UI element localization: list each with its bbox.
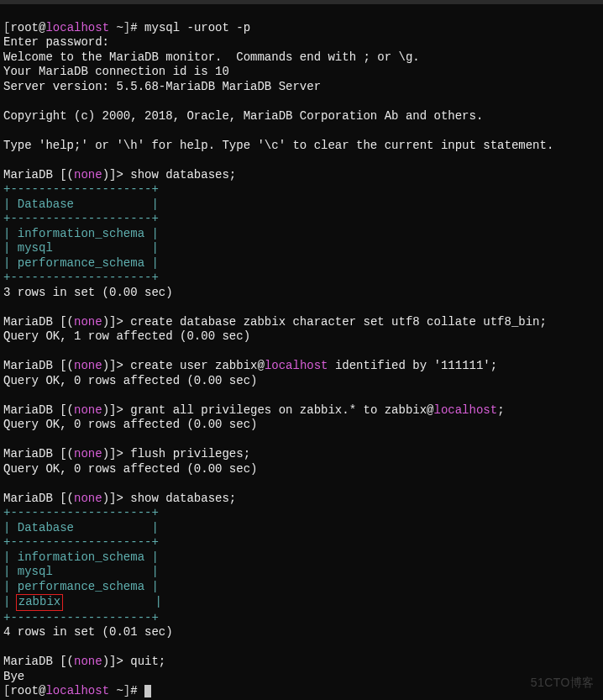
- table-border: +--------------------+: [3, 212, 159, 225]
- sql-command: flush privileges;: [130, 447, 250, 461]
- mariadb-prompt: MariaDB [(none)]>: [3, 447, 130, 461]
- table-row: | zabbix |: [3, 595, 162, 608]
- sql-command: grant all privileges on zabbix.* to zabb…: [130, 403, 504, 417]
- cursor-icon: [144, 685, 151, 697]
- table-header: | Database |: [3, 197, 159, 211]
- mariadb-prompt: MariaDB [(none)]>: [3, 655, 130, 668]
- output-line: Server version: 5.5.68-MariaDB MariaDB S…: [3, 80, 321, 93]
- output-line: Query OK, 0 rows affected (0.00 sec): [3, 462, 257, 476]
- terminal-output[interactable]: [root@localhost ~]# mysql -uroot -p Ente…: [0, 4, 603, 700]
- output-line: Your MariaDB connection id is 10: [3, 65, 229, 78]
- sql-command: show databases;: [130, 168, 236, 182]
- table-row: | information_schema |: [3, 227, 159, 240]
- output-line: Copyright (c) 2000, 2018, Oracle, MariaD…: [3, 109, 483, 123]
- sql-command: create database zabbix character set utf…: [130, 315, 547, 329]
- shell-prompt: [root@localhost ~]#: [3, 21, 144, 34]
- table-row: | mysql |: [3, 241, 159, 255]
- output-line: 4 rows in set (0.01 sec): [3, 625, 173, 639]
- table-row: | mysql |: [3, 565, 159, 578]
- mariadb-prompt: MariaDB [(none)]>: [3, 492, 130, 505]
- output-line: Enter password:: [3, 35, 109, 49]
- output-line: Welcome to the MariaDB monitor. Commands…: [3, 50, 420, 64]
- mariadb-prompt: MariaDB [(none)]>: [3, 168, 130, 182]
- sql-command: create user zabbix@localhost identified …: [130, 359, 497, 372]
- table-row: | performance_schema |: [3, 580, 159, 593]
- table-border: +--------------------+: [3, 506, 159, 519]
- mariadb-prompt: MariaDB [(none)]>: [3, 315, 130, 329]
- table-border: +--------------------+: [3, 182, 159, 196]
- table-border: +--------------------+: [3, 611, 159, 624]
- table-row: | performance_schema |: [3, 256, 159, 270]
- command-text: mysql -uroot -p: [144, 21, 250, 34]
- output-line: Type 'help;' or '\h' for help. Type '\c'…: [3, 139, 553, 152]
- table-row: | information_schema |: [3, 550, 159, 564]
- watermark-text: 51CTO博客: [531, 676, 595, 691]
- output-line: Query OK, 0 rows affected (0.00 sec): [3, 418, 257, 431]
- sql-command: show databases;: [130, 492, 236, 505]
- shell-prompt: [root@localhost ~]#: [3, 684, 144, 697]
- highlight-zabbix: zabbix: [16, 594, 63, 611]
- mariadb-prompt: MariaDB [(none)]>: [3, 359, 130, 372]
- mariadb-prompt: MariaDB [(none)]>: [3, 403, 130, 417]
- output-line: Bye: [3, 670, 24, 683]
- output-line: 3 rows in set (0.00 sec): [3, 286, 173, 299]
- sql-command: quit;: [130, 655, 165, 668]
- output-line: Query OK, 1 row affected (0.00 sec): [3, 329, 250, 343]
- table-border: +--------------------+: [3, 271, 159, 284]
- table-border: +--------------------+: [3, 535, 159, 549]
- output-line: Query OK, 0 rows affected (0.00 sec): [3, 374, 257, 387]
- table-header: | Database |: [3, 521, 159, 534]
